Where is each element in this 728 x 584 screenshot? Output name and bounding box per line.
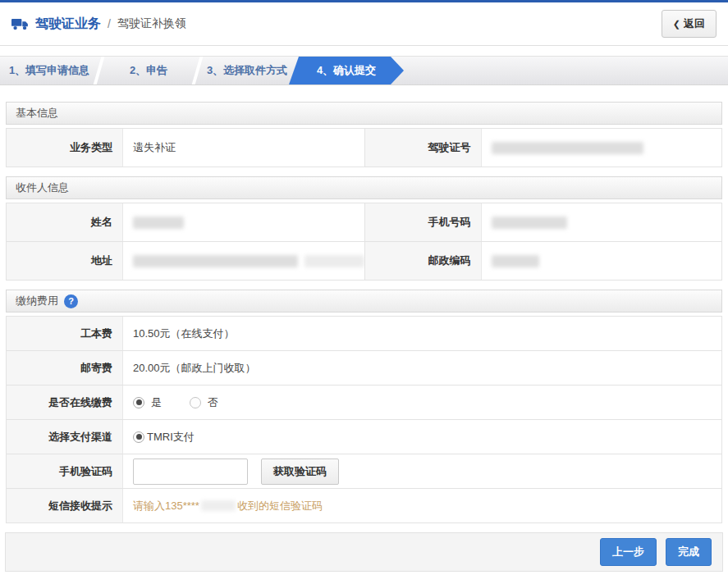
prev-step-button[interactable]: 上一步: [600, 538, 657, 566]
field-sms-code: 手机验证码 获取验证码: [7, 454, 721, 488]
redacted-postcode: [492, 255, 539, 267]
section-header-recipient-info: 收件人信息: [6, 176, 722, 199]
back-button-label: 返回: [684, 16, 705, 31]
wizard-step-3: 3、选择取件方式: [199, 57, 295, 84]
sms-code-controls: 获取验证码: [123, 454, 721, 488]
help-icon[interactable]: ?: [64, 294, 78, 308]
main-content: 基本信息 业务类型 遗失补证 驾驶证号 收件人信息 姓名: [6, 102, 722, 523]
radio-online-pay-no[interactable]: [190, 397, 201, 408]
section-header-basic-info: 基本信息: [6, 102, 722, 125]
field-pay-channel: 选择支付渠道 TMRI支付: [7, 420, 721, 454]
get-code-button[interactable]: 获取验证码: [261, 459, 339, 485]
field-phone: 手机号码: [364, 203, 722, 241]
sms-code-input[interactable]: [133, 459, 248, 485]
field-cost: 工本费 10.50元（在线支付）: [7, 317, 721, 350]
redacted-address: [304, 255, 364, 267]
header: 驾驶证业务 / 驾驶证补换领 ❮ 返回: [0, 2, 728, 46]
field-postcode: 邮政编码: [364, 242, 722, 280]
postcode-value: [482, 242, 722, 280]
section-header-payment: 缴纳费用 ?: [6, 290, 722, 313]
table-row: 邮寄费 20.00元（邮政上门收取）: [7, 350, 721, 385]
redacted-phone: [492, 217, 567, 229]
postcode-label: 邮政编码: [365, 242, 482, 280]
table-row: 工本费 10.50元（在线支付）: [7, 317, 721, 350]
wizard-step-4-label: 4、确认提交: [317, 63, 376, 78]
online-pay-label: 是否在线缴费: [7, 386, 123, 419]
payment-table: 工本费 10.50元（在线支付） 邮寄费 20.00元（邮政上门收取） 是否在线…: [6, 316, 722, 523]
back-button[interactable]: ❮ 返回: [662, 10, 717, 38]
wizard-step-3-label: 3、选择取件方式: [207, 63, 287, 78]
sms-tip-text: 请输入135**** 收到的短信验证码: [133, 499, 323, 513]
table-row: 姓名 手机号码: [7, 203, 721, 241]
sms-tip-label: 短信接收提示: [7, 489, 123, 522]
license-no-value: [482, 129, 722, 167]
cost-label: 工本费: [7, 317, 123, 350]
license-no-label: 驾驶证号: [365, 129, 482, 167]
name-label: 姓名: [7, 203, 123, 241]
field-postage: 邮寄费 20.00元（邮政上门收取）: [7, 351, 721, 385]
redacted-sms-digits: [201, 500, 236, 511]
radio-group-no: 否: [190, 395, 218, 410]
sms-code-label: 手机验证码: [7, 454, 123, 488]
cost-value: 10.50元（在线支付）: [123, 317, 721, 350]
radio-online-pay-yes[interactable]: [133, 397, 144, 408]
address-label: 地址: [7, 242, 123, 280]
table-row: 地址 邮政编码: [7, 241, 721, 280]
breadcrumb-current: 驾驶证补换领: [117, 16, 186, 31]
pay-channel-label: 选择支付渠道: [7, 420, 123, 454]
field-business-type: 业务类型 遗失补证: [7, 129, 364, 167]
table-row: 是否在线缴费 是 否: [7, 385, 721, 419]
radio-channel-tmri[interactable]: [133, 431, 144, 443]
wizard-step-2-label: 2、申告: [130, 63, 167, 78]
field-sms-tip: 短信接收提示 请输入135**** 收到的短信验证码: [7, 489, 721, 522]
online-pay-options: 是 否: [123, 386, 721, 419]
section-title: 基本信息: [16, 106, 58, 121]
chevron-left-icon: ❮: [673, 19, 680, 30]
page-title: 驾驶证业务: [35, 16, 101, 33]
wizard-step-1-label: 1、填写申请信息: [9, 63, 89, 78]
redacted-address: [133, 255, 298, 267]
radio-label-no[interactable]: 否: [208, 395, 218, 410]
name-value: [123, 203, 364, 241]
postage-value: 20.00元（邮政上门收取）: [123, 351, 721, 385]
sms-tip-suffix: 收到的短信验证码: [237, 499, 323, 513]
field-name: 姓名: [7, 203, 364, 241]
postage-label: 邮寄费: [7, 351, 123, 385]
field-address: 地址: [7, 242, 364, 280]
wizard-step-1: 1、填写申请信息: [0, 57, 98, 84]
breadcrumb-separator: /: [108, 17, 111, 30]
phone-label: 手机号码: [365, 203, 482, 241]
recipient-info-table: 姓名 手机号码 地址 邮政编码: [6, 203, 722, 281]
section-title: 缴纳费用: [16, 294, 58, 308]
pay-channel-options: TMRI支付: [123, 420, 721, 454]
step-wizard: 1、填写申请信息 2、申告 3、选择取件方式 4、确认提交: [0, 56, 728, 85]
radio-label-tmri[interactable]: TMRI支付: [147, 430, 195, 445]
breadcrumb: 驾驶证业务 / 驾驶证补换领: [11, 16, 186, 33]
truck-icon: [11, 18, 30, 30]
field-online-pay: 是否在线缴费 是 否: [7, 386, 721, 419]
table-row: 手机验证码 获取验证码: [7, 454, 721, 488]
redacted-name: [133, 217, 184, 229]
footer-actions: 上一步 完成: [5, 532, 723, 572]
radio-group-yes: 是: [133, 395, 162, 410]
phone-value: [482, 203, 722, 241]
address-value: [123, 242, 364, 280]
redacted-license-no: [492, 142, 643, 154]
radio-label-yes[interactable]: 是: [151, 395, 162, 410]
sms-tip-value: 请输入135**** 收到的短信验证码: [123, 489, 721, 522]
wizard-step-4-active: 4、确认提交: [289, 57, 404, 84]
radio-group-tmri: TMRI支付: [133, 430, 195, 445]
sms-tip-prefix: 请输入135****: [133, 499, 199, 513]
business-type-label: 业务类型: [7, 129, 123, 167]
section-title: 收件人信息: [16, 180, 69, 195]
table-row: 业务类型 遗失补证 驾驶证号: [7, 129, 721, 167]
table-row: 短信接收提示 请输入135**** 收到的短信验证码: [7, 488, 721, 522]
finish-button[interactable]: 完成: [666, 538, 712, 566]
basic-info-table: 业务类型 遗失补证 驾驶证号: [6, 128, 722, 167]
table-row: 选择支付渠道 TMRI支付: [7, 419, 721, 454]
field-license-no: 驾驶证号: [364, 129, 722, 167]
wizard-step-2: 2、申告: [100, 57, 197, 84]
business-type-value: 遗失补证: [123, 129, 364, 167]
